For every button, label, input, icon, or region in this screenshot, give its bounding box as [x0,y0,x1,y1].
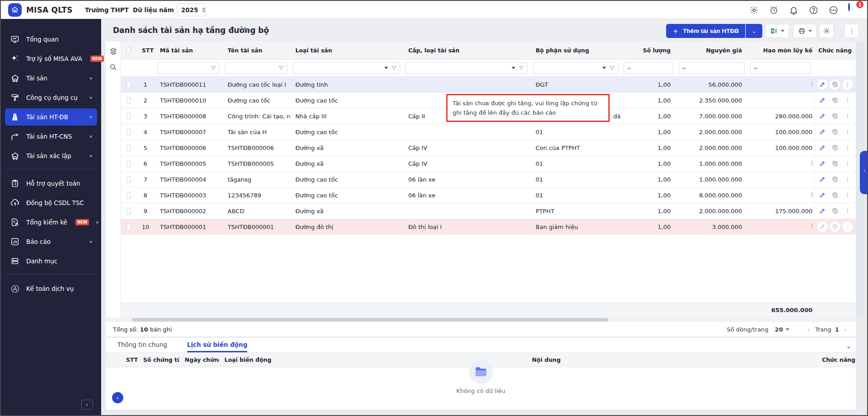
filter-input-nguyen_gia[interactable]: = [679,62,745,74]
filter-input-cap[interactable] [406,62,527,74]
more-vert-icon[interactable] [842,126,853,137]
edit-icon[interactable] [817,158,828,169]
scrollbar-thumb[interactable] [132,318,608,322]
row-checkbox[interactable] [126,176,131,183]
column-header-ten[interactable]: Tên tài sản [222,47,290,54]
print-button[interactable] [793,24,817,38]
row-checkbox[interactable] [126,129,131,136]
duplicate-icon[interactable] [830,142,840,153]
next-page-button[interactable]: › [843,326,849,333]
sidebar-item-3[interactable]: Tài sản∨ [5,70,97,87]
sidebar-item-4[interactable]: Công cụ dụng cụ∨ [5,89,97,106]
more-actions-button[interactable] [845,24,859,38]
row-checkbox[interactable] [126,208,131,215]
edit-icon[interactable] [817,126,828,137]
column-header-nguyen_gia[interactable]: Nguyên giá [676,47,747,54]
sidebar-item-6[interactable]: Tài sản HT-CNS∨ [5,128,97,145]
notifications-icon[interactable] [789,5,798,15]
add-asset-button[interactable]: ＋ Thêm tài sản HTĐB [666,24,745,38]
sidebar-item-11[interactable]: Báo cáo∨ [5,233,97,250]
equals-operator[interactable]: = [682,65,686,71]
horizontal-scrollbar[interactable] [106,318,856,322]
tab-2[interactable]: Lịch sử biến động [187,341,247,352]
column-header-fn[interactable]: Chức năng [814,42,856,59]
row-checkbox[interactable] [126,192,131,199]
sidebar-item-2[interactable]: Trợ lý số MISA AVANEW [5,50,97,67]
duplicate-icon[interactable] [830,190,840,201]
more-vert-icon[interactable] [842,142,853,153]
layers-icon[interactable] [109,47,117,55]
row-checkbox[interactable] [126,145,131,151]
column-header-cap[interactable]: Cấp, loại tài sản [403,47,530,54]
sidebar-item-7[interactable]: Tài sản xác lập∨ [5,147,97,164]
panel-collapse-chevron-icon[interactable]: ⌄ [846,342,851,350]
search-icon[interactable] [109,63,117,71]
detail-flyout-handle[interactable]: ‹ [860,151,868,194]
duplicate-icon[interactable] [830,221,840,232]
duplicate-icon[interactable] [830,206,840,216]
more-vert-icon[interactable] [842,221,853,232]
rows-per-page-select[interactable]: 20 [772,325,792,334]
more-vert-icon[interactable] [842,174,853,185]
sidebar-item-1[interactable]: Tổng quan [5,31,97,48]
sidebar-item-5[interactable]: Tài sản HT-ĐB∨ [5,108,97,126]
edit-icon[interactable] [817,79,828,90]
edit-icon[interactable] [817,174,828,185]
filter-input-so_luong[interactable]: = [624,62,673,74]
row-checkbox[interactable] [126,113,131,120]
more-vert-icon[interactable] [842,158,853,169]
column-header-bo_phan[interactable]: Bộ phận sử dụng [530,47,621,54]
year-spinner[interactable]: 2025 [177,4,206,16]
table-row[interactable]: 1TSHTĐB000011Đường cao tốc loại IĐường t… [121,77,856,93]
filter-input-bo_phan[interactable] [533,62,618,74]
column-header-loai[interactable]: Loại tài sản [290,47,403,54]
duplicate-icon[interactable] [830,174,840,185]
sidebar-item-9[interactable]: Đồng bộ CSDL TSC [5,194,97,211]
edit-icon[interactable] [817,190,828,201]
sidebar-item-13[interactable]: Kế toán dịch vụ [5,280,97,297]
edit-icon[interactable] [817,111,828,122]
duplicate-icon[interactable] [830,79,840,90]
column-header-stt[interactable]: STT [136,47,154,54]
more-icon[interactable] [828,5,838,15]
equals-operator[interactable]: = [753,65,758,71]
help-icon[interactable] [808,5,818,15]
table-row[interactable]: 9TSHTĐB000002ABCDĐường xãPTPHT1,002.000.… [121,203,856,219]
filter-input-loai[interactable] [293,62,400,74]
settings-icon[interactable] [749,5,759,15]
row-checkbox[interactable] [126,224,131,230]
user-avatar[interactable]: 1 [848,4,861,16]
spinner-arrows-icon[interactable] [202,7,205,13]
edit-icon[interactable] [817,142,828,153]
app-logo-icon[interactable] [8,3,22,17]
sidebar-collapse-button[interactable]: ‹ [81,400,93,410]
equals-operator[interactable]: = [627,65,631,71]
more-vert-icon[interactable] [842,95,853,106]
prev-page-button[interactable]: ‹ [806,326,812,333]
duplicate-icon[interactable] [830,158,840,169]
row-checkbox[interactable] [126,160,131,167]
edit-icon[interactable] [817,206,828,216]
row-checkbox[interactable] [126,81,131,88]
edit-icon[interactable] [817,95,828,106]
duplicate-icon[interactable] [830,111,840,122]
column-header-so_luong[interactable]: Số lượng [621,47,676,54]
more-vert-icon[interactable] [842,79,853,90]
duplicate-icon[interactable] [830,95,840,106]
select-all-checkbox[interactable] [126,47,131,54]
column-header-hao_mon[interactable]: Hao mòn lũy kế [747,47,814,54]
excel-export-button[interactable]: X [765,24,789,38]
sidebar-item-10[interactable]: Tổng kiểm kêNEW∨ [5,214,97,231]
filter-input-ma[interactable] [157,62,219,74]
edit-icon[interactable] [817,221,828,232]
more-vert-icon[interactable] [842,206,853,216]
sidebar-item-8[interactable]: Hỗ trợ quyết toán [5,175,97,192]
table-settings-button[interactable] [819,24,834,38]
tab-1[interactable]: Thông tin chung [117,341,167,352]
table-row[interactable]: 10TSHTĐB000001TSHTĐB000001Đường đô thịĐô… [121,219,856,235]
table-row[interactable]: 5TSHTĐB000006TSHTĐB000006Đường xãCấp IVC… [121,140,856,156]
add-asset-dropdown-button[interactable]: ⌄ [746,24,762,38]
table-row[interactable]: 8TSHTĐB000003123456789Đường cao tốc06 là… [121,187,856,203]
column-header-ma[interactable]: Mã tài sản [154,47,222,54]
filter-input-hao_mon[interactable]: = [750,62,811,74]
